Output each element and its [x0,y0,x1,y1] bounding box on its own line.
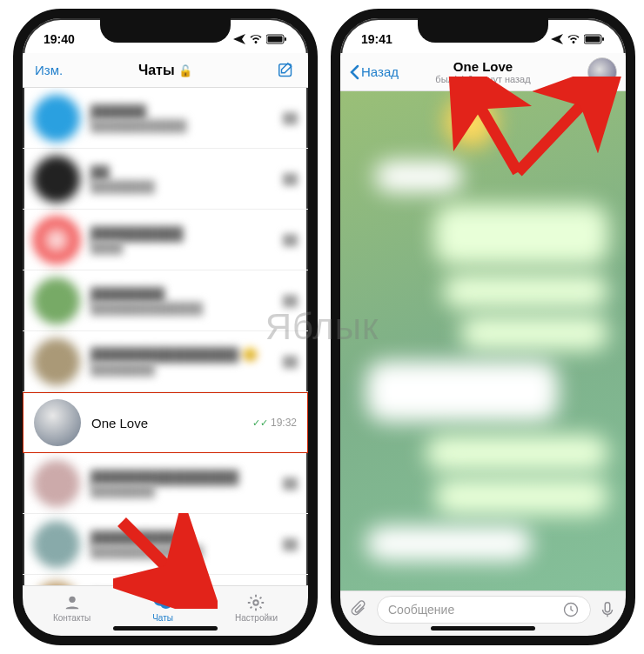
annotation-arrow [113,513,218,609]
svg-rect-1 [268,37,283,43]
lock-icon: 🔓 [178,64,192,77]
attach-icon[interactable] [349,599,370,620]
svg-line-8 [122,522,183,583]
status-icons [551,34,605,44]
wifi-icon [249,34,263,44]
avatar [34,399,81,446]
chevron-left-icon [349,64,359,80]
svg-rect-2 [285,37,286,41]
svg-rect-11 [602,37,604,41]
home-indicator[interactable] [431,626,535,631]
home-indicator[interactable] [113,626,218,631]
chat-list[interactable]: ████████████████████ ████████████ ██████… [23,88,308,585]
read-ticks-icon: ✓✓ [252,417,268,429]
tab-contacts[interactable]: Контакты [53,593,91,623]
status-time: 19:40 [44,32,75,46]
svg-rect-10 [586,37,600,43]
chat-row[interactable]: ████████████████ [23,210,308,270]
mic-icon[interactable] [598,600,617,619]
chat-row[interactable]: ████████████ [23,149,308,210]
status-icons [233,34,287,44]
battery-icon [266,34,287,44]
chat-row[interactable]: ████████████████████████ [23,270,308,331]
airplane-icon [233,34,245,44]
chat-row[interactable]: ████████████████ 😊██████████ [23,331,308,392]
back-button[interactable]: Назад [349,64,399,80]
battery-icon [584,34,605,44]
contact-icon [61,593,84,612]
svg-point-7 [254,600,259,605]
status-time: 19:41 [361,32,392,46]
page-title: Чаты 🔓 [23,63,308,78]
wifi-icon [567,34,580,44]
gear-icon [245,593,267,612]
airplane-icon [551,34,563,44]
chat-row-one-love[interactable]: One Love ✓✓ 19:32 [23,392,308,453]
chat-row[interactable]: ██████████████████████████ [23,453,308,514]
svg-point-4 [69,596,75,602]
svg-line-15 [518,90,596,172]
svg-rect-13 [605,602,610,611]
annotation-arrow [422,77,622,190]
message-input[interactable]: Сообщение [377,596,591,624]
sticker-icon[interactable] [562,601,580,618]
edit-button[interactable]: Изм. [35,63,63,77]
message-placeholder: Сообщение [388,603,454,617]
chat-row[interactable]: ████████████████████ [23,88,308,149]
chat-name: One Love [91,416,252,430]
chat-time: 19:32 [271,417,297,429]
svg-line-14 [470,90,518,172]
compose-icon[interactable] [277,61,296,80]
tab-settings[interactable]: Настройки [235,593,278,623]
